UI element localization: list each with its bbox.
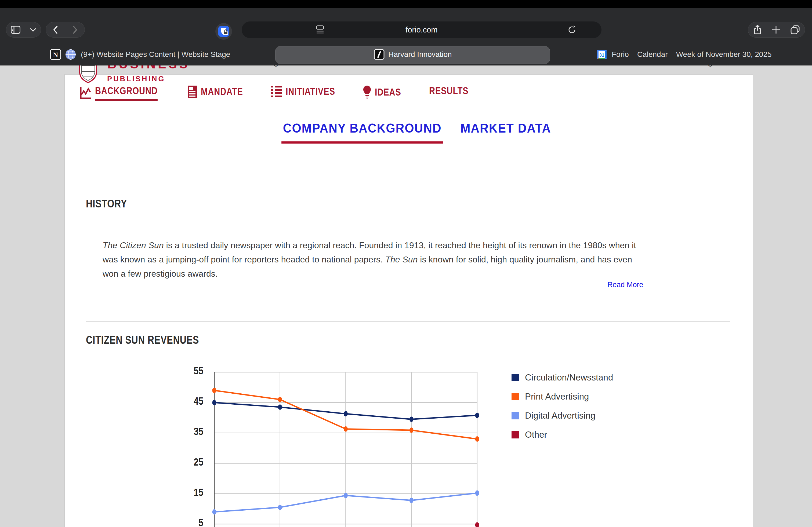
chart-legend: Circulation/NewsstandPrint AdvertisingDi… [511, 368, 613, 444]
legend-label: Other [525, 430, 547, 440]
tab-label: MARKET DATA [461, 121, 551, 136]
history-paragraph: The Citizen Sun is a trusted daily newsp… [103, 238, 640, 281]
legend-label: Digital Advertising [525, 410, 595, 421]
y-tick-label: 35 [171, 426, 203, 437]
nav-item-background[interactable]: BACKGROUND [79, 85, 169, 101]
menu-bar-strip [0, 0, 812, 8]
new-tab-icon[interactable] [772, 26, 780, 34]
line-chart-icon [79, 87, 91, 100]
window-actions-group [748, 22, 805, 37]
y-tick-label: 25 [171, 456, 203, 468]
y-tick-label: 45 [171, 395, 203, 407]
legend-item: Circulation/Newsstand [511, 368, 613, 387]
tab-title: Forio – Calendar – Week of November 30, … [612, 50, 772, 59]
legend-item: Digital Advertising [511, 406, 613, 425]
nav-item-mandate[interactable]: MANDATE [187, 85, 250, 98]
history-heading: HISTORY [86, 197, 137, 210]
url-text: forio.com [242, 26, 601, 34]
revenues-heading: CITIZEN SUN REVENUES [86, 333, 227, 346]
list-icon [271, 85, 282, 98]
document-icon [187, 85, 197, 98]
logo-line-publishing: PUBLISHING [107, 75, 165, 83]
lightbulb-icon [363, 85, 371, 99]
tab-website-pages[interactable]: N (9+) Website Pages Content | Website S… [50, 45, 230, 64]
password-extension-button[interactable] [215, 23, 232, 40]
section-divider [86, 321, 730, 322]
browser-chrome: forio.com [0, 0, 812, 65]
tab-market-data[interactable]: MARKET DATA [456, 121, 555, 136]
web-page: g g BUSINESS PUBLISHING BACKGROUND [0, 0, 812, 527]
sidebar-button-group [6, 22, 41, 37]
legend-swatch [511, 393, 519, 400]
url-bar[interactable]: forio.com [242, 21, 601, 38]
tab-label: COMPANY BACKGROUND [281, 121, 443, 144]
hbp-shield-icon [79, 63, 98, 83]
google-calendar-icon: 31 [596, 49, 607, 60]
screenshot-root: g g BUSINESS PUBLISHING BACKGROUND [0, 0, 812, 527]
revenues-line-chart [207, 370, 486, 527]
tab-title: (9+) Website Pages Content | Website Sta… [81, 50, 230, 59]
reload-icon[interactable] [567, 25, 577, 35]
back-icon[interactable] [53, 26, 58, 34]
legend-item: Print Advertising [511, 387, 613, 406]
y-tick-label: 5 [171, 517, 203, 527]
notion-icon: N [50, 48, 61, 60]
legend-swatch [511, 374, 519, 381]
legend-label: Circulation/Newsstand [525, 373, 613, 383]
nav-label: INITIATIVES [286, 86, 335, 97]
nav-label: RESULTS [429, 85, 468, 96]
share-icon[interactable] [753, 25, 762, 35]
read-more-link[interactable]: Read More [607, 281, 643, 289]
nav-label: IDEAS [375, 87, 401, 98]
paragraph-text: The Sun [385, 255, 418, 264]
legend-swatch [511, 431, 519, 438]
forward-icon[interactable] [73, 26, 77, 34]
svg-text:N: N [53, 51, 58, 59]
tab-company-background[interactable]: COMPANY BACKGROUND [274, 121, 450, 144]
svg-text:31: 31 [599, 52, 605, 58]
nav-item-ideas[interactable]: IDEAS [363, 85, 406, 99]
nav-label: BACKGROUND [95, 85, 158, 101]
nav-label: MANDATE [201, 86, 243, 97]
tab-overview-icon[interactable] [791, 25, 800, 34]
shield-lock-icon [218, 26, 229, 37]
history-nav-group [46, 22, 85, 37]
legend-label: Print Advertising [525, 391, 589, 402]
globe-icon [65, 48, 76, 60]
sidebar-toggle-icon[interactable] [11, 26, 20, 34]
legend-swatch [511, 412, 519, 419]
chevron-down-icon[interactable] [30, 28, 36, 32]
y-tick-label: 55 [171, 365, 203, 377]
paragraph-text: The Citizen Sun [103, 240, 164, 250]
legend-item: Other [511, 425, 613, 444]
tab-strip: N (9+) Website Pages Content | Website S… [0, 45, 812, 65]
y-tick-label: 15 [171, 487, 203, 498]
forio-slash-icon [374, 49, 385, 60]
nav-item-initiatives[interactable]: INITIATIVES [271, 85, 344, 98]
nav-item-results[interactable]: RESULTS [429, 85, 475, 96]
tab-harvard-innovation[interactable]: Harvard Innovation [374, 45, 452, 64]
tab-forio-calendar[interactable]: 31 Forio – Calendar – Week of November 3… [596, 45, 772, 64]
tab-title: Harvard Innovation [388, 50, 452, 59]
